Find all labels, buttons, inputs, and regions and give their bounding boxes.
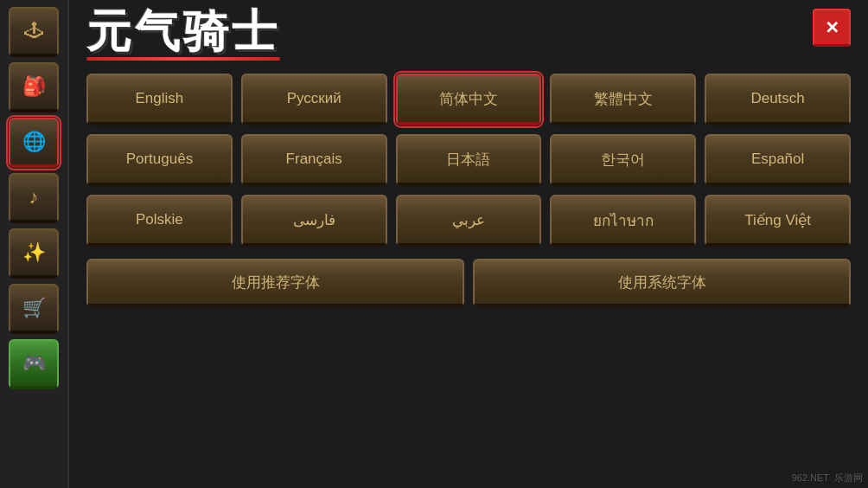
- lang-label-simplified-chinese: 简体中文: [439, 89, 498, 109]
- lang-btn-thai[interactable]: ยกไาษาก: [550, 195, 696, 247]
- language-grid: English Русский 简体中文 繁體中文 Deutsch Portug…: [86, 74, 851, 247]
- effects-icon: ✨: [22, 241, 46, 264]
- close-button[interactable]: ✕: [813, 9, 851, 47]
- sidebar-btn-controller[interactable]: 🎮: [9, 339, 59, 389]
- lang-btn-japanese[interactable]: 日本語: [396, 134, 542, 186]
- lang-label-vietnamese: Tiếng Việt: [744, 211, 811, 229]
- bag-icon: 🎒: [22, 75, 46, 98]
- lang-btn-english[interactable]: English: [86, 74, 233, 125]
- watermark-site: 962.NET: [792, 472, 829, 483]
- music-icon: ♪: [29, 186, 39, 209]
- lang-label-french: Français: [286, 151, 342, 168]
- sidebar: 🕹 🎒 🌐 ♪ ✨ 🛒 🎮: [0, 0, 69, 488]
- watermark: 962.NET 乐游网: [792, 472, 863, 485]
- lang-label-english: English: [136, 90, 184, 107]
- lang-label-traditional-chinese: 繁體中文: [594, 89, 653, 109]
- system-font-label: 使用系统字体: [618, 273, 706, 292]
- lang-btn-simplified-chinese[interactable]: 简体中文: [396, 74, 542, 125]
- system-font-button[interactable]: 使用系统字体: [473, 259, 851, 307]
- globe-icon: 🌐: [22, 131, 46, 153]
- lang-btn-korean[interactable]: 한국어: [550, 134, 696, 186]
- lang-btn-spanish[interactable]: Español: [705, 134, 851, 186]
- sidebar-btn-music[interactable]: ♪: [9, 173, 59, 223]
- sidebar-btn-globe[interactable]: 🌐: [9, 118, 59, 168]
- watermark-sub: 乐游网: [834, 472, 863, 483]
- lang-label-russian: Русский: [287, 90, 341, 107]
- lang-label-korean: 한국어: [601, 150, 645, 170]
- sidebar-btn-cart[interactable]: 🛒: [9, 284, 59, 334]
- sidebar-btn-effects[interactable]: ✨: [9, 228, 59, 279]
- header: 元气骑士 ✕: [86, 9, 851, 61]
- logo: 元气骑士: [86, 9, 280, 61]
- lang-label-japanese: 日本語: [446, 150, 490, 170]
- lang-label-spanish: Español: [751, 151, 804, 168]
- controller-icon: 🎮: [22, 352, 46, 375]
- main-content: 元气骑士 ✕ English Русский 简体中文 繁體中文 Deutsch: [69, 0, 868, 488]
- bottom-row: 使用推荐字体 使用系统字体: [86, 259, 851, 307]
- sidebar-btn-gamepad[interactable]: 🕹: [9, 7, 59, 57]
- lang-btn-portuguese[interactable]: Português: [86, 134, 233, 186]
- lang-label-persian: فارسی: [293, 211, 335, 229]
- lang-btn-vietnamese[interactable]: Tiếng Việt: [705, 195, 851, 247]
- recommended-font-label: 使用推荐字体: [232, 273, 320, 292]
- lang-btn-arabic[interactable]: عربي: [396, 195, 542, 247]
- lang-btn-russian[interactable]: Русский: [241, 74, 387, 125]
- lang-label-arabic: عربي: [452, 211, 485, 229]
- lang-btn-persian[interactable]: فارسی: [241, 195, 387, 247]
- lang-btn-french[interactable]: Français: [241, 134, 387, 186]
- lang-label-deutsch: Deutsch: [750, 90, 804, 107]
- lang-label-portuguese: Português: [126, 151, 194, 168]
- recommended-font-button[interactable]: 使用推荐字体: [86, 259, 464, 307]
- lang-btn-polish[interactable]: Polskie: [86, 195, 233, 247]
- lang-btn-deutsch[interactable]: Deutsch: [705, 74, 851, 125]
- lang-label-polish: Polskie: [136, 211, 183, 228]
- sidebar-btn-bag[interactable]: 🎒: [9, 62, 59, 112]
- gamepad-icon: 🕹: [24, 20, 43, 42]
- lang-btn-traditional-chinese[interactable]: 繁體中文: [550, 74, 696, 125]
- cart-icon: 🛒: [22, 297, 46, 319]
- lang-label-thai: ยกไาษาก: [593, 209, 654, 232]
